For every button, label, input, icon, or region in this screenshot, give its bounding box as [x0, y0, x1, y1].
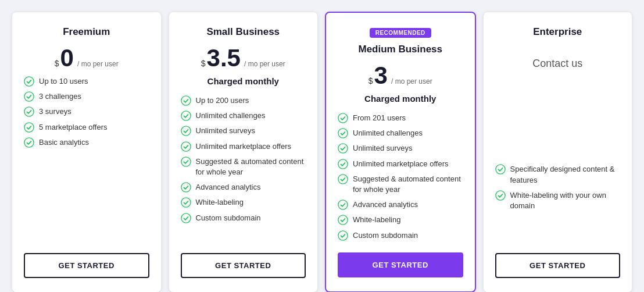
price-dollar: $: [201, 59, 206, 68]
contact-us-text: Contact us: [495, 58, 621, 70]
svg-point-15: [338, 144, 348, 153]
price-period: / mo per user: [77, 60, 119, 68]
feature-text: White-labeling: [196, 197, 244, 208]
feature-item: Unlimited surveys: [338, 143, 463, 154]
feature-item: Up to 10 users: [24, 76, 149, 87]
check-icon: [24, 91, 34, 102]
plan-card-enterprise: EnterpriseContact us Specifically design…: [483, 12, 633, 292]
price-period: / mo per user: [391, 77, 432, 86]
feature-text: Custom subdomain: [353, 230, 418, 241]
feature-text: Unlimited challenges: [353, 128, 423, 138]
feature-item: Custom subdomain: [338, 230, 463, 241]
svg-point-22: [495, 191, 505, 200]
price-amount: 3.5: [207, 46, 241, 70]
feature-item: From 201 users: [338, 113, 463, 123]
feature-item: Advanced analytics: [181, 182, 306, 193]
get-started-button[interactable]: GET STARTED: [181, 253, 306, 278]
feature-item: 5 marketplace offers: [24, 122, 149, 133]
feature-text: 3 surveys: [39, 106, 71, 117]
check-icon: [181, 182, 191, 193]
plan-card-small-business: Small Business $ 3.5 / mo per user Charg…: [169, 12, 319, 292]
svg-point-7: [181, 126, 190, 136]
plan-name: Medium Business: [338, 44, 463, 55]
check-icon: [24, 76, 34, 87]
feature-text: Unlimited surveys: [196, 126, 256, 136]
check-icon: [495, 164, 506, 175]
feature-item: Unlimited challenges: [338, 128, 463, 138]
check-icon: [338, 230, 348, 241]
svg-point-19: [338, 215, 348, 225]
check-icon: [338, 159, 348, 169]
plan-name: Freemium: [24, 26, 149, 38]
check-icon: [181, 95, 191, 106]
svg-point-18: [338, 200, 348, 209]
feature-item: Unlimited surveys: [181, 126, 306, 136]
feature-text: Specifically designed content & features: [510, 164, 621, 185]
svg-point-6: [181, 111, 190, 120]
features-list: From 201 users Unlimited challenges Unli…: [338, 113, 463, 241]
feature-text: From 201 users: [353, 113, 406, 123]
feature-item: Unlimited marketplace offers: [181, 141, 306, 152]
svg-point-17: [338, 175, 348, 184]
features-list: Up to 200 users Unlimited challenges Unl…: [181, 95, 306, 241]
check-icon: [24, 106, 34, 117]
price-amount: 3: [374, 63, 388, 88]
get-started-button[interactable]: GET STARTED: [24, 253, 149, 278]
price-dollar: $: [55, 59, 59, 68]
get-started-button[interactable]: GET STARTED: [338, 252, 463, 277]
check-icon: [338, 128, 348, 138]
feature-item: White-labeling: [338, 215, 463, 225]
pricing-container: Freemium $ 0 / mo per user Up to 10 user…: [12, 12, 632, 292]
price-dollar: $: [368, 76, 373, 86]
check-icon: [181, 213, 191, 223]
feature-text: Custom subdomain: [196, 213, 261, 223]
feature-text: Up to 10 users: [39, 76, 88, 87]
recommended-badge: RECOMMENDED: [370, 28, 431, 38]
feature-text: Unlimited surveys: [353, 143, 413, 154]
feature-item: Unlimited challenges: [181, 111, 306, 121]
feature-item: Up to 200 users: [181, 95, 306, 106]
price-row: $ 3 / mo per user: [338, 63, 463, 88]
check-icon: [338, 174, 348, 184]
feature-item: White-labeling: [181, 197, 306, 208]
feature-item: Advanced analytics: [338, 200, 463, 210]
feature-text: White-labeling: [353, 215, 400, 225]
check-icon: [338, 200, 348, 210]
svg-point-10: [181, 183, 190, 192]
feature-text: Suggested & automated content for whole …: [196, 156, 306, 177]
get-started-button[interactable]: GET STARTED: [495, 253, 621, 278]
svg-point-13: [338, 113, 348, 123]
svg-point-5: [181, 96, 190, 105]
svg-point-14: [338, 129, 348, 138]
plan-card-medium-business: RECOMMENDEDMedium Business $ 3 / mo per …: [325, 12, 476, 292]
feature-text: Unlimited challenges: [196, 111, 266, 121]
price-row: $ 3.5 / mo per user: [181, 46, 306, 70]
feature-text: 3 challenges: [39, 91, 81, 102]
feature-text: Up to 200 users: [196, 95, 249, 106]
feature-item: Custom subdomain: [181, 213, 306, 223]
svg-point-2: [24, 107, 34, 116]
svg-point-1: [24, 92, 34, 101]
svg-point-9: [181, 157, 190, 166]
check-icon: [181, 156, 191, 167]
feature-item: Unlimited marketplace offers: [338, 159, 463, 169]
check-icon: [181, 111, 191, 121]
check-icon: [338, 143, 348, 154]
feature-text: Advanced analytics: [353, 200, 418, 210]
feature-item: Suggested & automated content for whole …: [338, 174, 463, 195]
price-row: $ 0 / mo per user: [24, 46, 149, 70]
feature-item: Suggested & automated content for whole …: [181, 156, 306, 177]
svg-point-3: [24, 122, 34, 131]
svg-point-0: [24, 77, 34, 86]
check-icon: [181, 197, 191, 208]
feature-item: 3 surveys: [24, 106, 149, 117]
feature-text: Basic analytics: [39, 137, 89, 148]
check-icon: [338, 215, 348, 225]
feature-text: Suggested & automated content for whole …: [353, 174, 463, 195]
check-icon: [495, 190, 506, 201]
check-icon: [181, 126, 191, 136]
feature-text: Unlimited marketplace offers: [353, 159, 449, 169]
price-amount: 0: [60, 46, 74, 70]
price-period: / mo per user: [244, 60, 285, 68]
check-icon: [181, 141, 191, 152]
